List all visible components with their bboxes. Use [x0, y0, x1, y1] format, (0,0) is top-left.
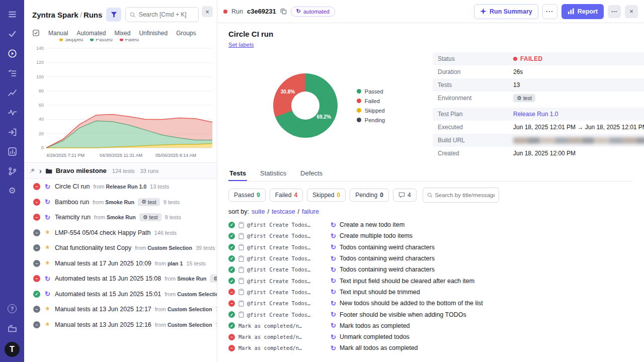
tab-groups[interactable]: Groups	[176, 30, 196, 37]
run-info-table: Status FAILED Duration 26s Tests 13 Envi…	[433, 52, 644, 160]
run-status-icon	[33, 275, 40, 282]
run-list-item[interactable]: Automated tests at 15 Jun 2025 15:01 fro…	[24, 287, 217, 302]
test-row[interactable]: @first Create Todos…Text input field sho…	[228, 275, 633, 286]
pin-icon[interactable]	[29, 167, 36, 174]
test-row[interactable]: @first Create Todos…Footer should be vis…	[228, 309, 633, 320]
breadcrumb-page[interactable]: Runs	[84, 11, 103, 19]
tab-tests[interactable]: Tests	[228, 166, 247, 181]
chevron-right-icon[interactable]: ›	[39, 168, 42, 173]
test-status-icon	[228, 244, 235, 250]
test-title: Create a new todo item	[340, 221, 405, 228]
test-title: Text input should be trimmed	[340, 289, 420, 296]
run-list-item[interactable]: Manual tests at 13 Jun 2025 12:17 from C…	[24, 302, 217, 317]
run-type-icon	[44, 183, 51, 191]
tests-search[interactable]	[423, 188, 499, 203]
sort-by-testcase[interactable]: testcase	[272, 208, 295, 215]
tab-unfinished[interactable]: Unfinished	[139, 30, 168, 37]
test-row[interactable]: Mark as completed/n…Unmark completed tod…	[228, 331, 633, 342]
test-row[interactable]: Mark as completed/n…Mark todos as comple…	[228, 320, 633, 331]
app-logo[interactable]: T	[5, 342, 20, 357]
legend-skipped: Skipped	[357, 108, 385, 114]
filter-passed[interactable]: Passed9	[228, 189, 266, 202]
test-row[interactable]: @first Create Todos…Todos containing wei…	[228, 264, 633, 275]
filter-failed[interactable]: Failed4	[270, 189, 303, 202]
run-list-item[interactable]: Manual tests at 13 Jun 2025 12:16 from C…	[24, 317, 217, 333]
filter-pending[interactable]: Pending0	[350, 189, 389, 202]
clipboard-icon	[238, 266, 244, 273]
select-all-icon[interactable]	[32, 29, 40, 37]
pending-dot-icon	[357, 118, 361, 122]
passed-dot-icon	[90, 39, 94, 41]
tab-automated[interactable]: Automated	[76, 30, 106, 37]
test-plans-icon[interactable]	[4, 65, 21, 81]
copy-run-id-button[interactable]	[280, 8, 287, 15]
y-axis-tick: 20	[39, 131, 44, 136]
analytics-icon[interactable]	[4, 84, 21, 101]
milestone-row[interactable]: › Bravo milestone 124 tests 33 runs	[24, 162, 217, 179]
run-list-item[interactable]: Manual tests at 17 Jun 2025 10:09 from p…	[24, 256, 217, 272]
run-list-item[interactable]: Circle CI run from Release Run 1.0 13 te…	[24, 179, 217, 195]
y-axis-tick: 0	[41, 145, 44, 150]
tab-defects[interactable]: Defects	[299, 166, 324, 181]
runs-panel: Zyntra Spark/Runs Manual Automated Mixed…	[24, 0, 217, 362]
run-type-icon	[44, 198, 51, 206]
filter-button[interactable]	[106, 8, 121, 22]
run-more-button[interactable]: ···	[542, 4, 557, 19]
test-row[interactable]: Mark as completed/n…Mark all todos as co…	[228, 342, 633, 353]
test-title: Todos containing weird characters	[340, 266, 435, 273]
automated-type-badge[interactable]: automated	[291, 7, 335, 17]
runs-icon[interactable]	[4, 45, 21, 61]
tasks-icon[interactable]	[4, 26, 21, 42]
run-list-item[interactable]: Teamcity run from Smoke Run test 9 tests	[24, 210, 217, 225]
menu-icon[interactable]	[4, 6, 21, 22]
test-row[interactable]: @first Create Todos…Text input should be…	[228, 287, 633, 298]
run-list-item[interactable]: Automated tests at 15 Jun 2025 15:08 fro…	[24, 271, 217, 287]
help-icon[interactable]: ?	[4, 301, 21, 317]
report-button[interactable]: Report	[561, 4, 604, 19]
info-row-environment: Environment test	[433, 92, 644, 105]
breadcrumb: Zyntra Spark/Runs	[32, 11, 102, 19]
test-plan-link[interactable]: Release Run 1.0	[513, 111, 558, 118]
sort-by-suite[interactable]: suite	[252, 208, 265, 215]
run-detail-header: Run c3e69231 automated Run Summary ··· R…	[217, 0, 644, 23]
run-list-item[interactable]: Bamboo run from Smoke Run test 9 tests	[24, 195, 217, 210]
close-detail-button[interactable]	[625, 5, 638, 18]
run-source: from Custom Selection	[155, 306, 212, 312]
test-row[interactable]: @first Create Todos…Create multiple todo…	[228, 230, 633, 241]
tab-mixed[interactable]: Mixed	[114, 30, 130, 37]
tab-manual[interactable]: Manual	[48, 30, 68, 37]
reports-icon[interactable]	[4, 143, 21, 159]
runs-search[interactable]	[125, 7, 199, 22]
skipped-dot-icon	[59, 39, 63, 41]
folder-icon	[45, 167, 52, 174]
run-list-item[interactable]: LMP-554 05/04 check Happy Path 146 tests	[24, 225, 217, 241]
test-suite: Mark as completed/n…	[238, 334, 327, 340]
runs-search-input[interactable]	[139, 11, 194, 18]
run-status-icon	[33, 214, 40, 221]
tab-statistics[interactable]: Statistics	[259, 166, 287, 181]
breadcrumb-project[interactable]: Zyntra Spark	[32, 11, 78, 19]
test-row[interactable]: @first Create Todos…New todos should be …	[228, 298, 633, 309]
test-row[interactable]: @first Create Todos…Todos containing wei…	[228, 253, 633, 264]
filter-comments[interactable]: 4	[393, 189, 417, 202]
branches-icon[interactable]	[4, 163, 21, 179]
pulse-icon[interactable]	[4, 104, 21, 120]
tests-search-input[interactable]	[435, 192, 494, 198]
filter-skipped[interactable]: Skipped0	[307, 189, 346, 202]
sort-by-failure[interactable]: failure	[302, 208, 319, 215]
run-list-item[interactable]: Chat functionality test Copy from Custom…	[24, 240, 217, 256]
projects-icon[interactable]	[4, 320, 21, 336]
run-summary-button[interactable]: Run Summary	[474, 4, 538, 19]
copy-icon	[280, 8, 287, 15]
close-panel-button[interactable]	[202, 6, 213, 17]
runs-panel-header: Zyntra Spark/Runs	[24, 0, 217, 25]
test-row[interactable]: @first Create Todos…Create a new todo it…	[228, 219, 633, 230]
run-source: from Custom Selection	[135, 245, 192, 251]
legend-passed: Passed	[357, 88, 385, 95]
legend-pending: Pending	[357, 117, 385, 123]
launch-run-icon[interactable]	[4, 124, 21, 140]
detail-more-button[interactable]: ···	[608, 5, 621, 18]
test-row[interactable]: @first Create Todos…Todos containing wei…	[228, 242, 633, 253]
set-labels-link[interactable]: Set labels	[228, 42, 254, 48]
settings-gear-icon[interactable]: ⚙	[4, 183, 21, 199]
